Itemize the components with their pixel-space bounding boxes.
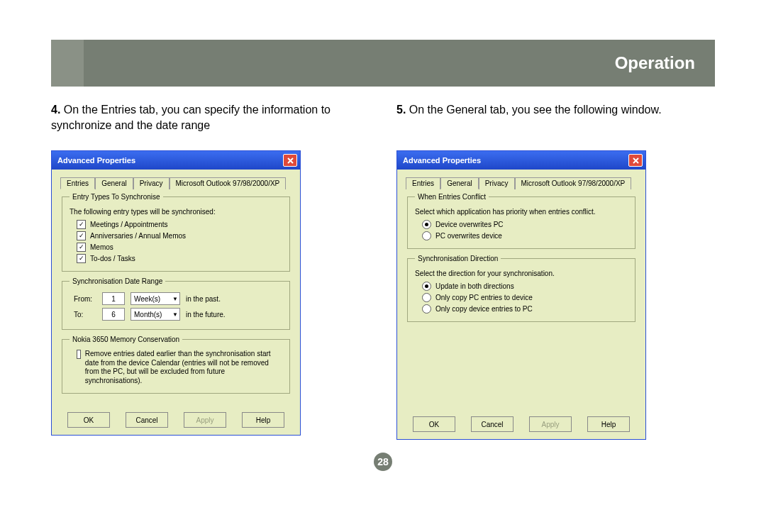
- group-memory-conservation: Nokia 3650 Memory Conservation Remove en…: [62, 336, 290, 394]
- group-date-range: Synchronisation Date Range From: 1 Week(…: [62, 277, 290, 330]
- help-button[interactable]: Help: [587, 416, 630, 432]
- label-meetings: Meetings / Appointments: [90, 221, 168, 228]
- checkbox-meetings[interactable]: ✓: [77, 220, 86, 229]
- close-icon[interactable]: [283, 154, 297, 167]
- label-only-device-to-pc: Only copy device entries to PC: [435, 305, 533, 313]
- checkbox-remove-old[interactable]: [77, 350, 81, 359]
- group-memory-legend: Nokia 3650 Memory Conservation: [70, 336, 182, 343]
- group-sync-direction-legend: Synchronisation Direction: [415, 255, 501, 262]
- dialog-entries-buttons: OK Cancel Apply Help: [52, 406, 300, 435]
- chevron-down-icon: ▼: [172, 296, 178, 302]
- tab-outlook[interactable]: Microsoft Outlook 97/98/2000/XP: [515, 177, 632, 189]
- tab-entries[interactable]: Entries: [406, 177, 440, 189]
- dialog-general-buttons: OK Cancel Apply Help: [397, 411, 645, 439]
- to-value-spinner[interactable]: 6: [102, 308, 125, 321]
- group-conflict-intro: Select which application has priority wh…: [415, 208, 628, 216]
- dialog-entries: Advanced Properties Entries General Priv…: [51, 150, 301, 436]
- to-label: To:: [74, 311, 96, 318]
- tab-privacy[interactable]: Privacy: [133, 177, 170, 189]
- step-4-body: On the Entries tab, you can specify the …: [51, 104, 331, 131]
- page-number: 28: [374, 453, 392, 471]
- dialog-entries-title: Advanced Properties: [57, 156, 135, 165]
- dialog-entries-titlebar: Advanced Properties: [52, 151, 300, 170]
- group-conflict: When Entries Conflict Select which appli…: [407, 193, 635, 249]
- to-suffix: in the future.: [186, 311, 226, 318]
- tab-entries[interactable]: Entries: [60, 177, 95, 189]
- close-icon[interactable]: [628, 154, 643, 167]
- tab-outlook[interactable]: Microsoft Outlook 97/98/2000/XP: [170, 177, 287, 189]
- group-sync-direction: Synchronisation Direction Select the dir…: [407, 255, 635, 322]
- group-sync-direction-intro: Select the direction for your synchronis…: [415, 270, 628, 277]
- radio-pc-overwrites[interactable]: [422, 231, 431, 240]
- dialog-general-titlebar: Advanced Properties: [397, 151, 645, 170]
- cancel-button[interactable]: Cancel: [471, 416, 514, 432]
- chevron-down-icon: ▼: [172, 311, 178, 318]
- group-entry-types-intro: The following entry types will be synchr…: [70, 208, 282, 216]
- group-date-range-legend: Synchronisation Date Range: [70, 277, 165, 285]
- step-5-num: 5.: [396, 104, 406, 116]
- checkbox-memos[interactable]: ✓: [77, 243, 86, 252]
- label-memos: Memos: [90, 243, 113, 251]
- dialog-general: Advanced Properties Entries General Priv…: [396, 150, 646, 440]
- from-unit-select[interactable]: Week(s)▼: [131, 292, 180, 305]
- checkbox-todos[interactable]: ✓: [77, 254, 86, 263]
- radio-only-pc-to-device[interactable]: [422, 293, 431, 302]
- from-suffix: in the past.: [186, 295, 221, 303]
- tab-general[interactable]: General: [440, 177, 479, 189]
- from-value-spinner[interactable]: 1: [102, 292, 125, 305]
- radio-device-overwrites[interactable]: [422, 220, 431, 229]
- radio-only-device-to-pc[interactable]: [422, 304, 431, 314]
- label-device-overwrites: Device overwrites PC: [435, 221, 504, 228]
- apply-button[interactable]: Apply: [529, 416, 572, 432]
- group-conflict-legend: When Entries Conflict: [415, 193, 489, 201]
- tabs-entries: Entries General Privacy Microsoft Outloo…: [60, 177, 292, 189]
- step-4-num: 4.: [51, 104, 60, 116]
- cancel-button[interactable]: Cancel: [126, 412, 168, 428]
- ok-button[interactable]: OK: [67, 412, 110, 428]
- help-button[interactable]: Help: [242, 412, 284, 428]
- checkbox-anniversaries[interactable]: ✓: [77, 231, 86, 240]
- tabs-general: Entries General Privacy Microsoft Outloo…: [406, 177, 637, 189]
- header-bar: Operation: [51, 40, 715, 87]
- dialog-general-title: Advanced Properties: [403, 156, 481, 165]
- tab-general[interactable]: General: [95, 177, 133, 189]
- group-entry-types-legend: Entry Types To Synchronise: [70, 193, 163, 201]
- step-5-body: On the General tab, you see the followin…: [409, 104, 662, 116]
- radio-both-directions[interactable]: [422, 282, 431, 291]
- step-4-text: 4. On the Entries tab, you can specify t…: [51, 102, 370, 136]
- group-entry-types: Entry Types To Synchronise The following…: [62, 193, 290, 272]
- from-label: From:: [74, 295, 96, 303]
- tab-privacy[interactable]: Privacy: [479, 177, 515, 189]
- header-accent: [51, 40, 84, 87]
- apply-button[interactable]: Apply: [184, 412, 226, 428]
- label-pc-overwrites: PC overwrites device: [435, 232, 502, 240]
- label-todos: To-dos / Tasks: [90, 255, 135, 262]
- label-remove-old: Remove entries dated earlier than the sy…: [85, 350, 282, 385]
- label-both-directions: Update in both directions: [435, 282, 514, 290]
- label-only-pc-to-device: Only copy PC entries to device: [435, 294, 533, 301]
- ok-button[interactable]: OK: [413, 416, 455, 432]
- page-title: Operation: [84, 40, 715, 87]
- label-anniversaries: Anniversaries / Annual Memos: [90, 232, 186, 240]
- step-5-text: 5. On the General tab, you see the follo…: [396, 102, 715, 136]
- to-unit-select[interactable]: Month(s)▼: [131, 308, 180, 321]
